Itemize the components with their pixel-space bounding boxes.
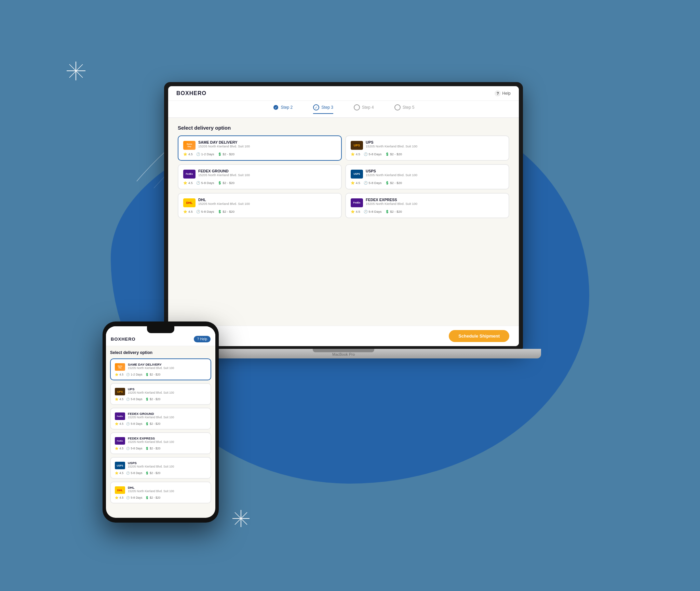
laptop-screen: BOXHERO ? Help ✓ Step 2 ✓ Step 3 xyxy=(168,86,519,346)
carrier-card-fedex-express[interactable]: FedEx FEDEX EXPRESS 15205 North Kierland… xyxy=(345,193,509,218)
phone-device: BOXHERO ? Help Select delivery option Sa… xyxy=(103,321,219,523)
address-usps: 15205 North Kierland Blvd. Suit 100 xyxy=(366,173,417,177)
step-3-circle: ✓ xyxy=(313,104,319,110)
card-header-ups: UPS UPS 15205 North Kierland Blvd. Suit … xyxy=(351,140,504,150)
step-4-circle xyxy=(354,104,360,110)
phone-address-fedex-ground: 15205 North Kierland Blvd. Suit 100 xyxy=(128,416,174,419)
phone-outer: BOXHERO ? Help Select delivery option Sa… xyxy=(103,321,219,523)
name-fedex-express: FEDEX EXPRESS xyxy=(366,198,417,202)
step-2-label: Step 2 xyxy=(281,105,293,110)
phone-header-dhl: DHL DHL 15205 North Kierland Blvd. Suit … xyxy=(115,486,206,495)
phone-help-icon: ? xyxy=(197,337,199,341)
phone-name-fedex-ground: FEDEX GROUND xyxy=(128,412,174,416)
sparkle-top-left xyxy=(67,62,85,83)
carrier-card-dhl[interactable]: DHL DHL 15205 North Kierland Blvd. Suit … xyxy=(178,193,342,218)
phone-address-dhl: 15205 North Kierland Blvd. Suit 100 xyxy=(128,489,174,493)
phone-header-ups: UPS UPS 15205 North Kierland Blvd. Suit … xyxy=(115,387,206,396)
step-5-circle xyxy=(394,104,401,110)
phone-card-fedex-ground[interactable]: FedEx FEDEX GROUND 15205 North Kierland … xyxy=(110,408,211,430)
meta-usps: ⭐ 4.5 🕐 5-8 Days 💲 $2 - $20 xyxy=(351,181,504,185)
phone-address-sameday: 15205 North Kierland Blvd. Suit 100 xyxy=(128,366,174,370)
phone-card-fedex-express[interactable]: FedEx FEDEX EXPRESS 15205 North Kierland… xyxy=(110,432,211,454)
phone-logo-fedex-express: FedEx xyxy=(115,437,125,445)
step-3[interactable]: ✓ Step 3 xyxy=(313,104,333,114)
meta-sameday: ⭐ 4.5 🕐 1-2 Days 💲 $2 - $20 xyxy=(183,152,336,156)
step-2-circle: ✓ xyxy=(273,104,279,110)
delivery-options-grid: SameDay Same Day Delivery 15205 North Ki… xyxy=(178,135,509,218)
days-ups: 🕐 5-8 Days xyxy=(364,152,382,156)
meta-ups: ⭐ 4.5 🕐 5-8 Days 💲 $2 - $20 xyxy=(351,152,504,156)
carrier-card-sameday[interactable]: SameDay Same Day Delivery 15205 North Ki… xyxy=(178,135,342,161)
phone-logo-fedex-ground: FedEx xyxy=(115,412,125,420)
phone-logo-dhl: DHL xyxy=(115,486,125,494)
address-sameday: 15205 North Kierland Blvd. Suit 100 xyxy=(198,144,250,148)
phone-address-usps: 15205 North Kierland Blvd. Suit 100 xyxy=(128,465,174,468)
phone-address-ups: 15205 North Kierland Blvd. Suit 100 xyxy=(128,391,174,394)
phone-name-usps: USPS xyxy=(128,461,174,465)
step-3-label: Step 3 xyxy=(321,105,333,110)
logo-dhl: DHL xyxy=(183,198,196,207)
phone-header-fedex-express: FedEx FEDEX EXPRESS 15205 North Kierland… xyxy=(115,436,206,445)
laptop-notch xyxy=(313,349,374,352)
logo-fedex-ground: FedEx xyxy=(183,170,196,179)
carrier-card-ups[interactable]: UPS UPS 15205 North Kierland Blvd. Suit … xyxy=(345,135,509,161)
logo-fedex-express: FedEx xyxy=(351,198,363,207)
meta-fedex-express: ⭐ 4.5 🕐 5-8 Days 💲 $2 - $20 xyxy=(351,210,504,213)
phone-meta-ups: ⭐ 4.5 🕐 5-8 Days 💲 $2 - $20 xyxy=(115,397,206,401)
card-header-fedex-ground: FedEx FEDEX GROUND 15205 North Kierland … xyxy=(183,169,336,179)
meta-fedex-ground: ⭐ 4.5 🕐 5-8 Days 💲 $2 - $20 xyxy=(183,181,336,185)
phone-card-usps[interactable]: USPS USPS 15205 North Kierland Blvd. Sui… xyxy=(110,457,211,479)
card-header-usps: USPS USPS 15205 North Kierland Blvd. Sui… xyxy=(351,169,504,179)
laptop-screen-outer: BOXHERO ? Help ✓ Step 2 ✓ Step 3 xyxy=(164,82,523,349)
logo-usps: USPS xyxy=(351,170,363,179)
schedule-shipment-button[interactable]: Schedule Shipment xyxy=(449,330,509,342)
laptop-app-header: BOXHERO ? Help xyxy=(168,86,519,101)
phone-notch xyxy=(147,326,174,333)
address-ups: 15205 North Kierland Blvd. Suit 100 xyxy=(366,144,417,148)
card-header-sameday: SameDay Same Day Delivery 15205 North Ki… xyxy=(183,140,336,150)
days-sameday: 🕐 1-2 Days xyxy=(196,152,214,156)
phone-screen: BOXHERO ? Help Select delivery option Sa… xyxy=(106,326,215,518)
logo-ups: UPS xyxy=(351,141,363,150)
name-dhl: DHL xyxy=(198,198,250,202)
step-2[interactable]: ✓ Step 2 xyxy=(273,104,293,114)
carrier-card-fedex-ground[interactable]: FedEx FEDEX GROUND 15205 North Kierland … xyxy=(178,164,342,189)
laptop-main-content: Select delivery option SameDay Same Day … xyxy=(168,118,519,326)
help-label: Help xyxy=(502,91,511,96)
step-4-label: Step 4 xyxy=(362,105,374,110)
help-icon: ? xyxy=(495,90,501,96)
phone-app-logo: BOXHERO xyxy=(111,337,136,342)
meta-dhl: ⭐ 4.5 🕐 5-8 Days 💲 $2 - $20 xyxy=(183,210,336,213)
phone-meta-usps: ⭐ 4.5 🕐 5-8 Days 💲 $2 - $20 xyxy=(115,471,206,475)
name-ups: UPS xyxy=(366,140,417,144)
laptop-help-button[interactable]: ? Help xyxy=(495,90,511,96)
devices-container: BOXHERO ? Help ✓ Step 2 ✓ Step 3 xyxy=(103,82,597,540)
phone-logo-usps: USPS xyxy=(115,462,125,469)
step-5-label: Step 5 xyxy=(403,105,415,110)
carrier-card-usps[interactable]: USPS USPS 15205 North Kierland Blvd. Sui… xyxy=(345,164,509,189)
steps-bar: ✓ Step 2 ✓ Step 3 Step 4 Step 5 xyxy=(168,101,519,118)
address-dhl: 15205 North Kierland Blvd. Suit 100 xyxy=(198,202,250,206)
step-5[interactable]: Step 5 xyxy=(394,104,415,114)
laptop-app-logo: BOXHERO xyxy=(176,90,206,96)
phone-card-ups[interactable]: UPS UPS 15205 North Kierland Blvd. Suit … xyxy=(110,383,211,405)
phone-meta-fedex-ground: ⭐ 4.5 🕐 5-8 Days 💲 $2 - $20 xyxy=(115,422,206,425)
phone-card-dhl[interactable]: DHL DHL 15205 North Kierland Blvd. Suit … xyxy=(110,482,211,503)
phone-main-content: Select delivery option SameDay Same Day … xyxy=(106,346,215,510)
price-ups: 💲 $2 - $20 xyxy=(385,152,402,156)
phone-card-sameday[interactable]: SameDay Same Day Delivery 15205 North Ki… xyxy=(110,358,211,380)
step-4[interactable]: Step 4 xyxy=(354,104,374,114)
card-header-fedex-express: FedEx FEDEX EXPRESS 15205 North Kierland… xyxy=(351,198,504,208)
phone-help-button[interactable]: ? Help xyxy=(194,336,211,342)
laptop-section-title: Select delivery option xyxy=(178,125,509,131)
phone-name-dhl: DHL xyxy=(128,486,174,489)
name-fedex-ground: FEDEX GROUND xyxy=(198,169,250,173)
laptop-footer: ← Back Schedule Shipment xyxy=(168,326,519,346)
phone-section-title: Select delivery option xyxy=(110,350,211,355)
name-sameday: Same Day Delivery xyxy=(198,140,250,144)
phone-header-usps: USPS USPS 15205 North Kierland Blvd. Sui… xyxy=(115,461,206,470)
phone-address-fedex-express: 15205 North Kierland Blvd. Suit 100 xyxy=(128,440,174,444)
logo-sameday: SameDay xyxy=(183,141,196,150)
laptop-brand-label: MacBook Pro xyxy=(332,352,355,356)
name-usps: USPS xyxy=(366,169,417,173)
